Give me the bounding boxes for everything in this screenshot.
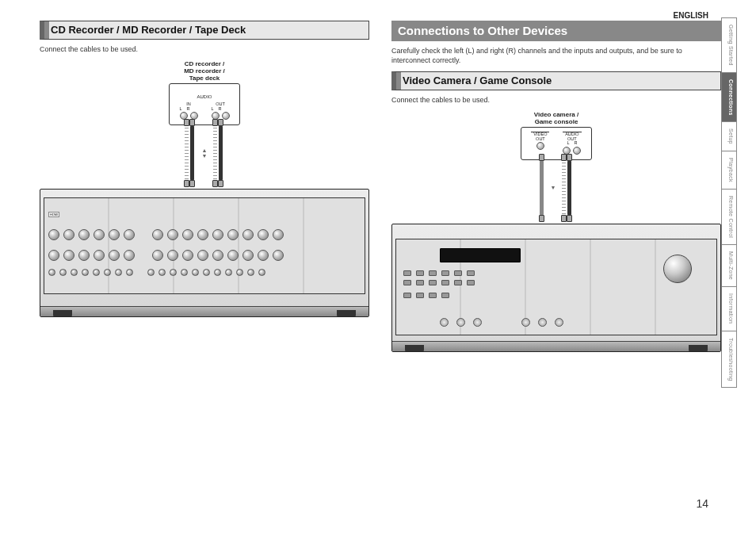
arrow-icon: ▼ (551, 185, 556, 190)
heading-connections-other: Connections to Other Devices (391, 21, 721, 41)
tab-remote-control[interactable]: Remote Control (722, 190, 736, 245)
front-jack-icon (538, 318, 547, 327)
cable-icon (213, 125, 217, 181)
instruction-sub-right: Connect the cables to be used. (391, 95, 721, 105)
jack-panel-left: AUDIO IN L R OUT (169, 83, 240, 125)
arrow-icon: ▲▼ (202, 147, 208, 159)
panel-audio-l: L (567, 141, 569, 146)
section-tabs: Getting Started Connections Setup Playba… (721, 17, 737, 388)
panel-audio-r: R (574, 141, 577, 146)
panel-in-r: R (187, 107, 190, 112)
cable-icon (562, 160, 566, 216)
device-label-right: Video camera / Game console (521, 111, 592, 125)
panel-out-r: R (219, 107, 222, 112)
panel-title-audio: AUDIO (189, 94, 220, 99)
tab-multi-zone[interactable]: Multi-Zone (722, 245, 736, 287)
display-panel (440, 248, 521, 262)
front-jack-icon (473, 318, 482, 327)
front-jack-icon (555, 318, 563, 327)
cable-icon (567, 160, 571, 216)
diagram-cd-recorder: CD recorder / MD recorder / Tape deck AU… (40, 60, 369, 318)
diagram-video-camera: Video camera / Game console VIDEO OUT AU… (391, 111, 721, 352)
instruction-main-right: Carefully check the left (L) and right (… (391, 46, 721, 65)
panel-video-out: OUT (531, 137, 549, 142)
instruction-left: Connect the cables to be used. (40, 44, 369, 54)
jack-icon (573, 147, 581, 155)
jack-icon (536, 142, 544, 150)
cable-icon (190, 125, 194, 181)
heading-video-camera: Video Camera / Game Console (391, 71, 721, 90)
heading-cd-recorder: CD Recorder / MD Recorder / Tape Deck (40, 21, 369, 40)
receiver-rear-panel: HDMI (40, 189, 369, 317)
page-number: 14 (696, 497, 708, 510)
tab-getting-started[interactable]: Getting Started (722, 17, 736, 73)
page-content: CD Recorder / MD Recorder / Tape Deck Co… (40, 16, 721, 352)
cable-icon (540, 160, 544, 216)
tab-troubleshooting[interactable]: Troubleshooting (722, 331, 736, 388)
front-jack-icon (456, 318, 465, 327)
tab-setup[interactable]: Setup (722, 122, 736, 151)
panel-out-l: L (212, 107, 214, 112)
cable-diagram-left: ▲▼ (40, 125, 369, 181)
tab-connections[interactable]: Connections (722, 73, 736, 123)
receiver-front-panel (391, 224, 721, 352)
cable-icon (185, 125, 189, 181)
jack-panel-right: VIDEO OUT AUDIO OUT L R (521, 127, 592, 160)
tab-playback[interactable]: Playback (722, 151, 736, 190)
volume-knob-icon (663, 255, 692, 283)
front-jack-icon (521, 318, 530, 327)
cable-diagram-right: ▼ (391, 160, 721, 216)
panel-in-l: L (180, 107, 182, 112)
cable-icon (219, 125, 223, 181)
front-jack-icon (440, 318, 449, 327)
tab-information[interactable]: Information (722, 287, 736, 331)
left-column: CD Recorder / MD Recorder / Tape Deck Co… (40, 16, 369, 352)
right-column: Connections to Other Devices Carefully c… (391, 16, 721, 352)
device-label-left: CD recorder / MD recorder / Tape deck (169, 60, 240, 82)
